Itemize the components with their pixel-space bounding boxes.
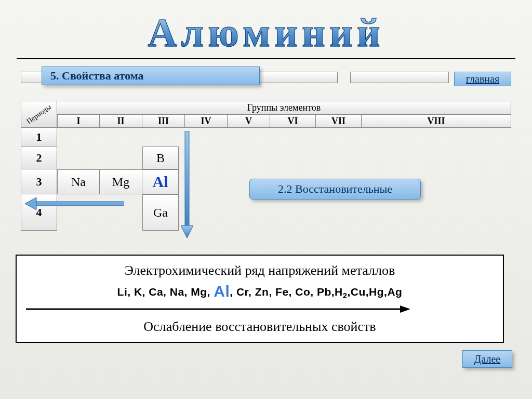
arrow-right-icon xyxy=(26,305,410,313)
page-title: Алюминий xyxy=(0,9,532,56)
groups-header: Группы элементов xyxy=(57,101,511,114)
home-link[interactable]: главная xyxy=(454,72,511,86)
series-title: Электрохимический ряд напряжений металло… xyxy=(26,263,494,278)
next-link[interactable]: Далее xyxy=(462,350,512,368)
element-Ga: Ga xyxy=(142,194,179,231)
series-caption: Ослабление восстановительных свойств xyxy=(26,319,494,335)
series-list: Li, K, Ca, Na, Mg, Al, Cr, Zn, Fe, Co, P… xyxy=(26,283,494,300)
activity-series-box: Электрохимический ряд напряжений металло… xyxy=(16,255,504,343)
period-cell: 2 xyxy=(21,147,57,169)
group-cell: VI xyxy=(270,114,316,128)
svg-marker-3 xyxy=(25,197,36,210)
series-al-highlight: Al xyxy=(214,283,230,300)
element-B: B xyxy=(142,147,179,169)
group-cell: III xyxy=(142,114,185,128)
group-cell: VII xyxy=(316,114,362,128)
svg-rect-0 xyxy=(185,131,189,228)
period-numbers-col: 1 2 3 4 xyxy=(21,128,57,231)
periods-header: Периоды xyxy=(21,101,57,128)
period-cell: 1 xyxy=(21,128,57,147)
group-cell: V xyxy=(228,114,270,128)
element-Al: Al xyxy=(142,169,179,194)
group-cell: VIII xyxy=(362,114,511,128)
arrow-down-icon xyxy=(181,131,193,238)
group-cell: IV xyxy=(185,114,228,128)
period3-row: Na Mg Al xyxy=(57,169,179,194)
element-Na: Na xyxy=(57,169,100,194)
svg-marker-1 xyxy=(181,225,193,238)
group-cell: II xyxy=(100,114,142,128)
top-bar: 5. Свойства атома главная xyxy=(21,66,511,88)
group-numbers-row: I II III IV V VI VII VIII xyxy=(57,114,511,128)
element-Mg: Mg xyxy=(100,169,142,194)
title-rule xyxy=(17,58,515,59)
topic-tab: 5. Свойства атома xyxy=(42,66,260,85)
svg-marker-5 xyxy=(400,305,410,313)
svg-rect-2 xyxy=(34,202,124,206)
property-badge: 2.2 Восстановительные xyxy=(249,179,421,200)
arrow-left-icon xyxy=(25,197,124,210)
period-cell: 3 xyxy=(21,169,57,194)
topbar-right-strip xyxy=(350,72,449,83)
group-cell: I xyxy=(57,114,100,128)
